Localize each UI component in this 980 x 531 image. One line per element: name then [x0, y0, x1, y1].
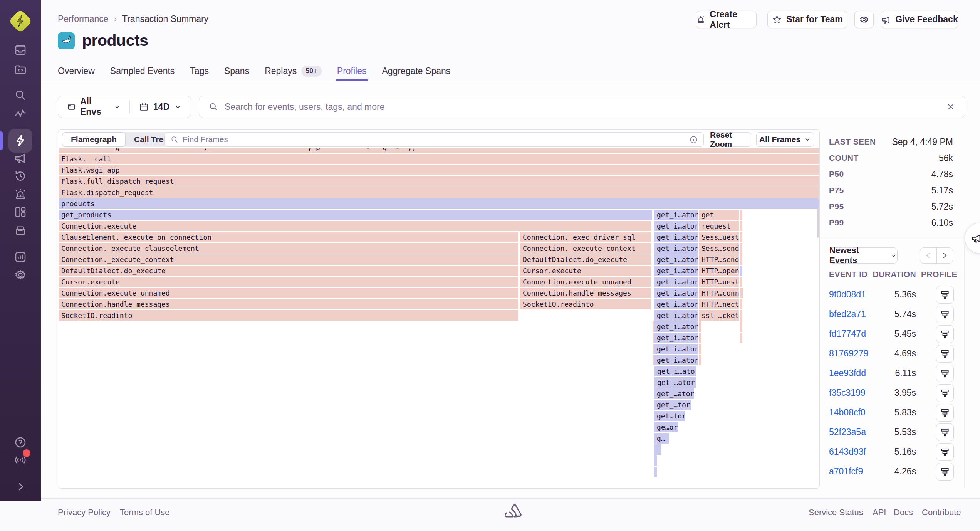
flame-frame[interactable]: ge…or	[654, 422, 678, 432]
tab-spans[interactable]: Spans	[224, 61, 249, 81]
event-search-input[interactable]: Search for events, users, tags, and more	[199, 96, 965, 118]
flame-frame[interactable]	[740, 221, 742, 231]
flame-frame[interactable]: Flask.full_dispatch_request	[59, 176, 819, 187]
sidebar-item-whats-new[interactable]	[12, 451, 29, 468]
flame-frame[interactable]: HTTP…nect	[699, 299, 739, 309]
flame-frame[interactable]: get_i…ator	[654, 366, 696, 376]
flame-frame[interactable]: products	[59, 198, 819, 209]
open-profile-button[interactable]	[936, 286, 954, 304]
flame-frame[interactable]: get_i…ator	[654, 321, 698, 332]
flame-frame[interactable]: Connection.execute_unnamed	[59, 288, 518, 298]
flame-frame[interactable]: get_…tor	[654, 400, 691, 410]
flamegraph-canvas[interactable]: g ,_ y_p - g - ,,Flask.__call__Flask.wsg…	[58, 130, 819, 488]
environment-selector[interactable]: All Envs	[58, 96, 129, 118]
flame-frame[interactable]	[699, 333, 701, 343]
open-profile-button[interactable]	[936, 345, 954, 363]
flame-frame[interactable]: Connection.handle_messages	[520, 288, 651, 298]
flame-frame[interactable]	[699, 321, 701, 332]
sidebar-item-profiling[interactable]	[8, 129, 32, 153]
flame-frame[interactable]: get	[699, 210, 739, 220]
event-id-link[interactable]: 14b08cf0	[829, 407, 866, 418]
flame-frame[interactable]: DefaultDialect.do_execute	[59, 266, 518, 276]
flame-frame[interactable]: get_i…ator	[654, 221, 698, 231]
flame-frame[interactable]: Flask.wsgi_app	[59, 165, 819, 175]
flame-frame[interactable]	[654, 467, 657, 477]
flame-frame[interactable]: get_…ator	[654, 377, 696, 388]
open-profile-button[interactable]	[936, 384, 954, 402]
open-profile-button[interactable]	[936, 306, 954, 323]
sidebar-item-replays[interactable]	[12, 168, 29, 185]
open-profile-button[interactable]	[936, 443, 954, 461]
flame-frame[interactable]: DefaultDialect.do_execute	[520, 254, 651, 265]
api-link[interactable]: API	[873, 507, 886, 518]
flame-frame[interactable]: get_i…ator	[654, 288, 698, 298]
event-id-link[interactable]: 52f23a5a	[829, 427, 866, 437]
create-alert-button[interactable]: Create Alert	[696, 11, 757, 28]
open-profile-button[interactable]	[936, 463, 954, 481]
sidebar-collapse-toggle[interactable]	[12, 478, 29, 495]
flame-frame[interactable]: g ,_ y_p - g - ,,	[59, 148, 819, 153]
flame-frame[interactable]: Sess…uest	[699, 232, 739, 242]
breadcrumb-performance[interactable]: Performance	[58, 14, 109, 24]
flame-frame[interactable]	[740, 254, 742, 265]
flame-frame[interactable]: get_i…ator	[654, 299, 698, 309]
flame-frame[interactable]: get_…ator	[654, 388, 694, 399]
flame-frame[interactable]: ssl_…cket	[699, 310, 739, 321]
flame-frame[interactable]: get_i…ator	[654, 210, 698, 220]
flame-frame[interactable]	[740, 210, 742, 220]
flame-frame[interactable]: get_i…ator	[654, 277, 698, 287]
flame-frame[interactable]	[740, 299, 742, 309]
open-profile-button[interactable]	[936, 325, 954, 343]
event-id-link[interactable]: 9f0d08d1	[829, 289, 866, 300]
flame-frame[interactable]: get_i…ator	[654, 344, 698, 354]
flamegraph-view-button[interactable]: Flamegraph	[62, 132, 126, 147]
flame-frame[interactable]: HTTP…uest	[699, 277, 739, 287]
event-sort-dropdown[interactable]: Newest Events	[829, 247, 898, 264]
sidebar-item-discover[interactable]	[12, 222, 29, 239]
tab-replays[interactable]: Replays50+	[265, 61, 322, 81]
flame-frame[interactable]	[699, 355, 701, 365]
privacy-policy-link[interactable]: Privacy Policy	[58, 507, 111, 518]
flame-frame[interactable]: get…tor	[654, 411, 685, 421]
tab-overview[interactable]: Overview	[58, 61, 95, 81]
docs-link[interactable]: Docs	[894, 507, 913, 518]
event-id-link[interactable]: fd17747d	[829, 329, 866, 339]
event-id-link[interactable]: 81769279	[829, 348, 868, 359]
tab-aggregate-spans[interactable]: Aggregate Spans	[382, 61, 451, 81]
tab-profiles[interactable]: Profiles	[337, 61, 367, 81]
sidebar-item-projects[interactable]	[12, 61, 29, 78]
star-for-team-button[interactable]: Star for Team	[767, 11, 847, 28]
sidebar-item-dashboards[interactable]	[12, 203, 29, 220]
flame-frame[interactable]: Connection._execute_clauseelement	[59, 243, 518, 254]
flame-frame[interactable]: Connection._execute_context	[59, 254, 518, 265]
date-range-selector[interactable]: 14D	[130, 96, 191, 118]
event-id-link[interactable]: 1ee93fdd	[829, 368, 866, 378]
sidebar-item-settings[interactable]	[12, 266, 29, 283]
flame-frame[interactable]	[654, 455, 657, 466]
settings-button[interactable]	[854, 11, 874, 28]
flame-frame[interactable]: get_products	[59, 210, 652, 220]
flame-frame[interactable]	[740, 288, 743, 298]
flame-frame[interactable]: g…	[654, 433, 669, 444]
frames-filter-dropdown[interactable]: All Frames	[756, 132, 814, 147]
sidebar-item-alerts[interactable]	[12, 186, 29, 203]
tab-tags[interactable]: Tags	[190, 61, 209, 81]
flame-frame[interactable]: Flask.dispatch_request	[59, 187, 819, 198]
flame-frame[interactable]	[740, 333, 742, 343]
flame-frame[interactable]: SocketIO.readinto	[520, 299, 651, 309]
sentry-logo[interactable]	[10, 11, 30, 31]
flame-frame[interactable]: HTTP…conn	[699, 288, 739, 298]
sidebar-item-metrics[interactable]	[12, 105, 29, 122]
flame-frame[interactable]: get_i…ator	[654, 355, 698, 365]
event-id-link[interactable]: bfed2a71	[829, 309, 866, 319]
terms-of-use-link[interactable]: Terms of Use	[120, 507, 170, 518]
flame-frame[interactable]: Connection._execute_context	[520, 243, 651, 254]
feedback-fab[interactable]	[965, 223, 980, 254]
give-feedback-button[interactable]: Give Feedback	[881, 11, 958, 28]
flame-frame[interactable]: get_i…ator	[654, 232, 698, 242]
flame-frame[interactable]: Sess…send	[699, 243, 739, 254]
flame-frame[interactable]	[740, 243, 742, 254]
flame-frame[interactable]: Flask.__call__	[59, 154, 819, 164]
flame-frame[interactable]	[740, 321, 742, 332]
reset-zoom-button[interactable]: Reset Zoom	[710, 132, 751, 147]
